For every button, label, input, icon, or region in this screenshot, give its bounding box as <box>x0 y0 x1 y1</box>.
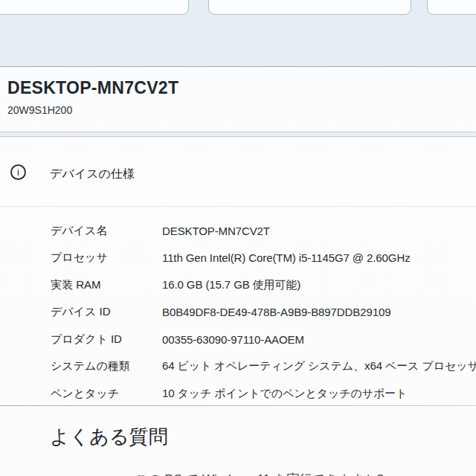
settings-about-page: DESKTOP-MN7CV2T 20W9S1H200 i デバイスの仕様 デバイ… <box>0 0 476 476</box>
spec-row-pen-touch: ペンとタッチ 10 タッチ ポイントでのペンとタッチのサポート <box>51 380 476 408</box>
spec-value: 11th Gen Intel(R) Core(TM) i5-1145G7 @ 2… <box>162 251 476 264</box>
spec-value: B0B49DF8-DE49-478B-A9B9-B897DDB29109 <box>162 306 476 318</box>
spec-label: 実装 RAM <box>51 278 162 292</box>
spec-value: 16.0 GB (15.7 GB 使用可能) <box>162 278 476 292</box>
spec-row-product-id: プロダクト ID 00355-63090-97110-AAOEM <box>51 326 476 353</box>
model-number: 20W9S1H200 <box>7 104 72 116</box>
card-edge-right <box>427 0 476 15</box>
spec-label: ペンとタッチ <box>51 387 162 401</box>
card-edge-middle <box>208 0 411 15</box>
device-specs-header[interactable]: i デバイスの仕様 <box>0 156 476 190</box>
device-specs-title: デバイスの仕様 <box>50 167 135 182</box>
spec-label: システムの種類 <box>51 359 162 373</box>
info-icon: i <box>10 164 26 180</box>
spec-value: DESKTOP-MN7CV2T <box>162 225 476 237</box>
spec-label: デバイス ID <box>51 305 162 319</box>
spec-value: 10 タッチ ポイントでのペンとタッチのサポート <box>162 387 476 401</box>
spec-value: 00355-63090-97110-AAOEM <box>162 333 476 346</box>
spec-row-ram: 実装 RAM 16.0 GB (15.7 GB 使用可能) <box>51 271 476 299</box>
spec-label: プロセッサ <box>51 251 162 265</box>
spec-value: 64 ビット オペレーティング システム、x64 ベース プロセッサ <box>162 359 476 373</box>
card-divider <box>0 132 476 137</box>
spec-label: プロダクト ID <box>51 332 162 347</box>
device-name-heading: DESKTOP-MN7CV2T <box>7 78 178 98</box>
faq-question-link-clipped[interactable]: この PC で Windows 11 を実行できますか? <box>135 471 384 476</box>
card-divider-bottom <box>0 405 476 406</box>
card-edge-left <box>0 0 189 15</box>
device-specs-table: デバイス名 DESKTOP-MN7CV2T プロセッサ 11th Gen Int… <box>51 217 476 408</box>
spec-row-device-name: デバイス名 DESKTOP-MN7CV2T <box>51 217 476 245</box>
spec-row-device-id: デバイス ID B0B49DF8-DE49-478B-A9B9-B897DDB2… <box>51 299 476 327</box>
spec-row-processor: プロセッサ 11th Gen Intel(R) Core(TM) i5-1145… <box>51 245 476 272</box>
faq-heading: よくある質問 <box>50 424 167 450</box>
spec-label: デバイス名 <box>51 224 162 238</box>
section-divider <box>0 206 476 207</box>
spec-row-system-type: システムの種類 64 ビット オペレーティング システム、x64 ベース プロセ… <box>51 353 476 381</box>
